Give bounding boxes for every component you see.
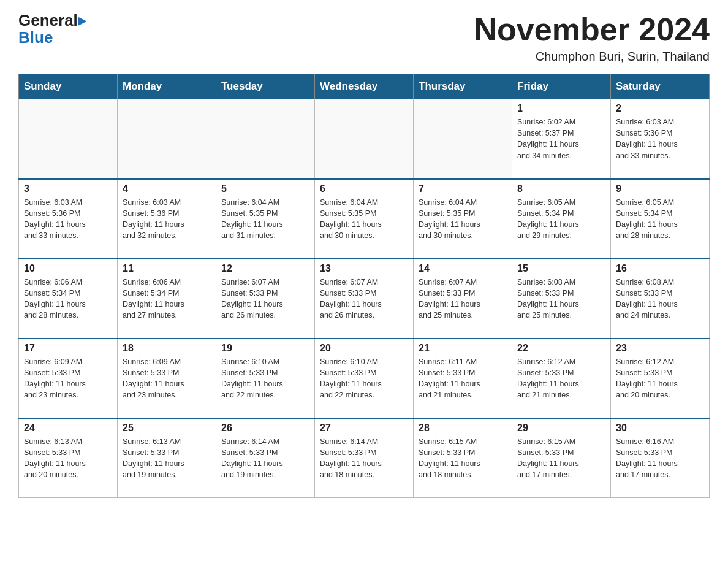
day-number: 8 bbox=[517, 183, 605, 194]
logo-blue-text: Blue bbox=[18, 29, 53, 45]
calendar-cell: 14Sunrise: 6:07 AMSunset: 5:33 PMDayligh… bbox=[414, 259, 512, 339]
weekday-header-friday: Friday bbox=[512, 74, 611, 99]
day-info: Sunrise: 6:05 AMSunset: 5:34 PMDaylight:… bbox=[616, 197, 704, 242]
day-info: Sunrise: 6:06 AMSunset: 5:34 PMDaylight:… bbox=[24, 277, 112, 321]
calendar-week-row: 1Sunrise: 6:02 AMSunset: 5:37 PMDaylight… bbox=[19, 99, 710, 179]
day-info: Sunrise: 6:04 AMSunset: 5:35 PMDaylight:… bbox=[320, 197, 408, 242]
day-info: Sunrise: 6:07 AMSunset: 5:33 PMDaylight:… bbox=[221, 277, 309, 321]
day-number: 17 bbox=[24, 343, 112, 354]
header-right: November 2024 Chumphon Buri, Surin, Thai… bbox=[474, 12, 710, 64]
day-info: Sunrise: 6:13 AMSunset: 5:33 PMDaylight:… bbox=[24, 436, 112, 481]
day-info: Sunrise: 6:04 AMSunset: 5:35 PMDaylight:… bbox=[221, 197, 309, 242]
calendar-week-row: 24Sunrise: 6:13 AMSunset: 5:33 PMDayligh… bbox=[19, 418, 710, 498]
day-info: Sunrise: 6:13 AMSunset: 5:33 PMDaylight:… bbox=[123, 436, 211, 481]
calendar-cell: 16Sunrise: 6:08 AMSunset: 5:33 PMDayligh… bbox=[611, 259, 710, 339]
day-info: Sunrise: 6:15 AMSunset: 5:33 PMDaylight:… bbox=[517, 436, 605, 481]
location-title: Chumphon Buri, Surin, Thailand bbox=[474, 50, 710, 64]
day-number: 6 bbox=[320, 183, 408, 194]
calendar-cell: 29Sunrise: 6:15 AMSunset: 5:33 PMDayligh… bbox=[512, 418, 611, 498]
day-info: Sunrise: 6:02 AMSunset: 5:37 PMDaylight:… bbox=[517, 117, 605, 161]
calendar-cell: 26Sunrise: 6:14 AMSunset: 5:33 PMDayligh… bbox=[216, 418, 315, 498]
day-info: Sunrise: 6:08 AMSunset: 5:33 PMDaylight:… bbox=[517, 277, 605, 321]
calendar-cell: 20Sunrise: 6:10 AMSunset: 5:33 PMDayligh… bbox=[315, 339, 414, 418]
day-info: Sunrise: 6:11 AMSunset: 5:33 PMDaylight:… bbox=[419, 356, 507, 401]
calendar-cell: 9Sunrise: 6:05 AMSunset: 5:34 PMDaylight… bbox=[611, 179, 710, 259]
day-info: Sunrise: 6:10 AMSunset: 5:33 PMDaylight:… bbox=[320, 356, 408, 401]
calendar-cell: 10Sunrise: 6:06 AMSunset: 5:34 PMDayligh… bbox=[19, 259, 118, 339]
calendar-cell: 7Sunrise: 6:04 AMSunset: 5:35 PMDaylight… bbox=[414, 179, 512, 259]
day-number: 26 bbox=[221, 423, 309, 434]
day-number: 22 bbox=[517, 343, 605, 354]
day-number: 5 bbox=[221, 183, 309, 194]
calendar-cell bbox=[19, 99, 118, 179]
logo-general: General▸ bbox=[18, 12, 86, 28]
day-number: 12 bbox=[221, 263, 309, 274]
calendar-cell: 11Sunrise: 6:06 AMSunset: 5:34 PMDayligh… bbox=[118, 259, 216, 339]
calendar-cell bbox=[414, 99, 512, 179]
day-info: Sunrise: 6:06 AMSunset: 5:34 PMDaylight:… bbox=[123, 277, 211, 321]
day-info: Sunrise: 6:15 AMSunset: 5:33 PMDaylight:… bbox=[419, 436, 507, 481]
weekday-header-saturday: Saturday bbox=[611, 74, 710, 99]
calendar-cell: 6Sunrise: 6:04 AMSunset: 5:35 PMDaylight… bbox=[315, 179, 414, 259]
calendar-cell: 17Sunrise: 6:09 AMSunset: 5:33 PMDayligh… bbox=[19, 339, 118, 418]
calendar-cell: 21Sunrise: 6:11 AMSunset: 5:33 PMDayligh… bbox=[414, 339, 512, 418]
day-info: Sunrise: 6:03 AMSunset: 5:36 PMDaylight:… bbox=[123, 197, 211, 242]
calendar-cell bbox=[315, 99, 414, 179]
calendar-cell: 22Sunrise: 6:12 AMSunset: 5:33 PMDayligh… bbox=[512, 339, 611, 418]
day-number: 25 bbox=[123, 423, 211, 434]
day-number: 10 bbox=[24, 263, 112, 274]
calendar-header-row: SundayMondayTuesdayWednesdayThursdayFrid… bbox=[19, 74, 710, 99]
day-info: Sunrise: 6:14 AMSunset: 5:33 PMDaylight:… bbox=[320, 436, 408, 481]
day-info: Sunrise: 6:03 AMSunset: 5:36 PMDaylight:… bbox=[616, 117, 704, 161]
day-number: 18 bbox=[123, 343, 211, 354]
calendar-cell: 25Sunrise: 6:13 AMSunset: 5:33 PMDayligh… bbox=[118, 418, 216, 498]
calendar-cell: 5Sunrise: 6:04 AMSunset: 5:35 PMDaylight… bbox=[216, 179, 315, 259]
month-title: November 2024 bbox=[474, 12, 710, 47]
page-header: General▸ Blue November 2024 Chumphon Bur… bbox=[18, 12, 710, 64]
day-number: 14 bbox=[419, 263, 507, 274]
day-number: 16 bbox=[616, 263, 704, 274]
weekday-header-thursday: Thursday bbox=[414, 74, 512, 99]
day-number: 9 bbox=[616, 183, 704, 194]
calendar-cell: 1Sunrise: 6:02 AMSunset: 5:37 PMDaylight… bbox=[512, 99, 611, 179]
day-number: 3 bbox=[24, 183, 112, 194]
day-info: Sunrise: 6:08 AMSunset: 5:33 PMDaylight:… bbox=[616, 277, 704, 321]
day-number: 21 bbox=[419, 343, 507, 354]
day-number: 19 bbox=[221, 343, 309, 354]
logo: General▸ Blue bbox=[18, 12, 86, 45]
day-info: Sunrise: 6:09 AMSunset: 5:33 PMDaylight:… bbox=[123, 356, 211, 401]
day-number: 28 bbox=[419, 423, 507, 434]
calendar-cell: 3Sunrise: 6:03 AMSunset: 5:36 PMDaylight… bbox=[19, 179, 118, 259]
day-info: Sunrise: 6:09 AMSunset: 5:33 PMDaylight:… bbox=[24, 356, 112, 401]
logo-arrow-icon: ▸ bbox=[78, 11, 86, 29]
calendar-cell: 4Sunrise: 6:03 AMSunset: 5:36 PMDaylight… bbox=[118, 179, 216, 259]
weekday-header-monday: Monday bbox=[118, 74, 216, 99]
day-info: Sunrise: 6:03 AMSunset: 5:36 PMDaylight:… bbox=[24, 197, 112, 242]
calendar-cell: 27Sunrise: 6:14 AMSunset: 5:33 PMDayligh… bbox=[315, 418, 414, 498]
day-number: 29 bbox=[517, 423, 605, 434]
calendar-cell bbox=[118, 99, 216, 179]
day-number: 24 bbox=[24, 423, 112, 434]
day-info: Sunrise: 6:12 AMSunset: 5:33 PMDaylight:… bbox=[517, 356, 605, 401]
day-number: 23 bbox=[616, 343, 704, 354]
day-info: Sunrise: 6:05 AMSunset: 5:34 PMDaylight:… bbox=[517, 197, 605, 242]
calendar-cell: 2Sunrise: 6:03 AMSunset: 5:36 PMDaylight… bbox=[611, 99, 710, 179]
calendar-week-row: 3Sunrise: 6:03 AMSunset: 5:36 PMDaylight… bbox=[19, 179, 710, 259]
calendar-cell: 18Sunrise: 6:09 AMSunset: 5:33 PMDayligh… bbox=[118, 339, 216, 418]
calendar-cell: 30Sunrise: 6:16 AMSunset: 5:33 PMDayligh… bbox=[611, 418, 710, 498]
day-number: 15 bbox=[517, 263, 605, 274]
calendar-cell: 19Sunrise: 6:10 AMSunset: 5:33 PMDayligh… bbox=[216, 339, 315, 418]
day-number: 4 bbox=[123, 183, 211, 194]
weekday-header-wednesday: Wednesday bbox=[315, 74, 414, 99]
day-info: Sunrise: 6:14 AMSunset: 5:33 PMDaylight:… bbox=[221, 436, 309, 481]
calendar-cell: 23Sunrise: 6:12 AMSunset: 5:33 PMDayligh… bbox=[611, 339, 710, 418]
day-info: Sunrise: 6:12 AMSunset: 5:33 PMDaylight:… bbox=[616, 356, 704, 401]
weekday-header-tuesday: Tuesday bbox=[216, 74, 315, 99]
day-number: 2 bbox=[616, 103, 704, 114]
calendar-cell: 8Sunrise: 6:05 AMSunset: 5:34 PMDaylight… bbox=[512, 179, 611, 259]
calendar-cell: 13Sunrise: 6:07 AMSunset: 5:33 PMDayligh… bbox=[315, 259, 414, 339]
weekday-header-sunday: Sunday bbox=[19, 74, 118, 99]
day-number: 13 bbox=[320, 263, 408, 274]
day-number: 11 bbox=[123, 263, 211, 274]
day-number: 1 bbox=[517, 103, 605, 114]
